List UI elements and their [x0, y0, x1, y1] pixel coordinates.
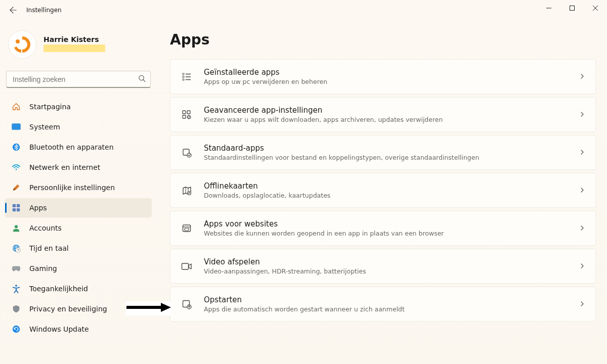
svg-rect-4: [12, 124, 21, 130]
apps-icon: [11, 203, 21, 213]
close-icon: [593, 6, 598, 11]
profile-name: Harrie Kisters: [44, 35, 105, 43]
arrow-left-icon: [9, 6, 17, 14]
sidebar-item-apps[interactable]: Apps: [5, 198, 152, 217]
sidebar-item-label: Apps: [29, 204, 47, 212]
gamepad-icon: [11, 263, 21, 274]
svg-rect-21: [187, 111, 190, 114]
map-icon: [181, 185, 193, 197]
card-title: Apps voor websites: [204, 219, 573, 229]
profile-text: Harrie Kisters: [44, 35, 105, 54]
sidebar-item-system[interactable]: Systeem: [5, 117, 152, 136]
sidebar-item-label: Systeem: [29, 123, 60, 131]
svg-rect-0: [570, 6, 575, 11]
list-icon: [181, 71, 193, 83]
sidebar-item-label: Startpagina: [29, 103, 71, 111]
sidebar-item-time[interactable]: Tijd en taal: [5, 239, 152, 258]
svg-rect-29: [182, 263, 189, 269]
sidebar-item-label: Windows Update: [29, 325, 89, 333]
browser-app-icon: [181, 222, 193, 235]
sidebar-item-label: Netwerk en internet: [29, 163, 100, 171]
sidebar-item-privacy[interactable]: Privacy en beveiliging: [5, 299, 152, 318]
svg-rect-28: [185, 228, 189, 231]
profile-email-redacted: [44, 44, 105, 52]
accessibility-icon: [11, 284, 21, 294]
card-desc: Kiezen waar u apps wilt downloaden, apps…: [204, 116, 573, 123]
avatar-icon: [12, 34, 32, 55]
card-desc: Standaardinstellingen voor bestand en ko…: [204, 154, 573, 161]
sidebar-item-personalization[interactable]: Persoonlijke instellingen: [5, 178, 152, 197]
card-default-apps[interactable]: Standaard-apps Standaardinstellingen voo…: [170, 135, 596, 170]
svg-point-15: [15, 285, 17, 287]
nav-list: Startpagina Systeem Bluetooth en apparat…: [5, 97, 152, 339]
sidebar-item-accounts[interactable]: Accounts: [5, 218, 152, 238]
search-input[interactable]: [6, 71, 151, 88]
card-desc: Video-aanpassingen, HDR-streaming, batte…: [204, 267, 573, 275]
search-icon: [138, 75, 146, 84]
sidebar-item-accessibility[interactable]: Toegankelijkheid: [5, 279, 152, 298]
minimize-icon: [546, 6, 551, 11]
card-title: Opstarten: [204, 295, 573, 304]
back-button[interactable]: [4, 1, 22, 19]
sidebar-item-label: Bluetooth en apparaten: [29, 143, 114, 151]
card-installed-apps[interactable]: Geïnstalleerde apps Apps op uw pc verwij…: [170, 59, 596, 94]
svg-point-1: [16, 39, 20, 43]
sidebar-item-network[interactable]: Netwerk en internet: [5, 158, 152, 177]
sidebar-item-label: Tijd en taal: [29, 244, 69, 252]
card-desc: Websites die kunnen worden geopend in ee…: [204, 230, 573, 237]
card-title: Geïnstalleerde apps: [204, 68, 573, 77]
maximize-icon: [570, 6, 575, 11]
maximize-button[interactable]: [560, 0, 584, 16]
card-desc: Downloads, opslaglocatie, kaartupdates: [204, 192, 573, 199]
chevron-right-icon: [579, 299, 585, 309]
card-apps-for-websites[interactable]: Apps voor websites Websites die kunnen w…: [170, 211, 596, 246]
bluetooth-icon: [11, 142, 21, 152]
svg-point-11: [15, 225, 18, 228]
shield-icon: [11, 304, 21, 314]
profile-block[interactable]: Harrie Kisters: [5, 28, 152, 68]
svg-point-16: [13, 326, 20, 333]
app-settings-icon: [181, 109, 193, 121]
close-button[interactable]: [584, 0, 607, 16]
chevron-right-icon: [579, 261, 585, 271]
home-icon: [11, 102, 21, 112]
sidebar-item-update[interactable]: Windows Update: [5, 320, 152, 339]
card-title: Geavanceerde app-instellingen: [204, 106, 573, 115]
chevron-right-icon: [579, 110, 585, 119]
startup-icon: [181, 298, 193, 310]
card-title: Offlinekaarten: [204, 181, 573, 191]
sidebar-item-label: Toegankelijkheid: [29, 285, 88, 293]
card-desc: Apps op uw pc verwijderen en beheren: [204, 78, 573, 85]
card-list: Geïnstalleerde apps Apps op uw pc verwij…: [170, 59, 596, 322]
titlebar: Instellingen: [0, 0, 607, 20]
sidebar-item-gaming[interactable]: Gaming: [5, 259, 152, 278]
card-video-playback[interactable]: Video afspelen Video-aanpassingen, HDR-s…: [170, 249, 596, 284]
sidebar-item-bluetooth[interactable]: Bluetooth en apparaten: [5, 138, 152, 157]
card-advanced-app-settings[interactable]: Geavanceerde app-instellingen Kiezen waa…: [170, 97, 596, 132]
svg-point-6: [16, 169, 17, 170]
window-title: Instellingen: [26, 7, 62, 14]
svg-point-23: [188, 116, 190, 118]
svg-rect-9: [13, 208, 16, 211]
avatar: [8, 30, 36, 59]
chevron-right-icon: [579, 223, 585, 233]
card-startup[interactable]: Opstarten Apps die automatisch worden ge…: [170, 287, 596, 322]
window-controls: [537, 0, 607, 16]
svg-rect-20: [183, 111, 186, 114]
svg-rect-10: [17, 208, 20, 211]
sidebar: Harrie Kisters Startpagina Systeem Bluet…: [0, 20, 157, 364]
update-icon: [11, 324, 21, 334]
wifi-icon: [11, 162, 21, 172]
card-offline-maps[interactable]: Offlinekaarten Downloads, opslaglocatie,…: [170, 173, 596, 208]
svg-rect-18: [183, 76, 184, 77]
video-icon: [181, 260, 193, 272]
search-box[interactable]: [6, 71, 151, 88]
paint-icon: [11, 183, 21, 193]
page-title: Apps: [170, 31, 596, 48]
svg-rect-19: [183, 79, 184, 80]
person-icon: [11, 223, 21, 233]
minimize-button[interactable]: [537, 0, 560, 16]
card-title: Video afspelen: [204, 257, 573, 266]
svg-point-2: [139, 75, 144, 80]
sidebar-item-home[interactable]: Startpagina: [5, 97, 152, 116]
